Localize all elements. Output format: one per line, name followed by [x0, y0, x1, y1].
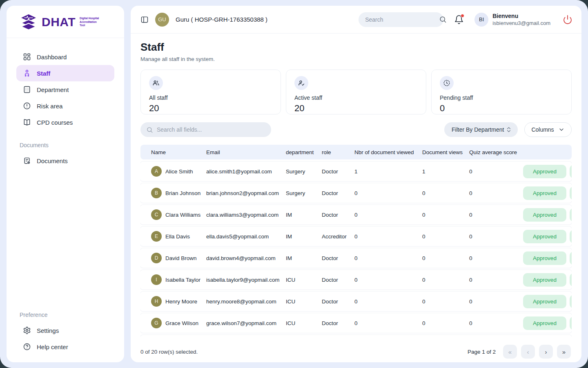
clock-pending-icon — [440, 76, 454, 90]
staff-name: Clara Williams — [165, 212, 200, 218]
prev-page-button[interactable]: ‹ — [521, 345, 535, 359]
staff-name: Alice Smith — [165, 168, 193, 175]
brand-tagline: Digital Hospital Accreditation Tool — [80, 17, 102, 27]
staff-docs-viewed: 0 — [354, 248, 421, 268]
column-header-role[interactable]: role — [322, 145, 354, 159]
filter-label: Filter By Department — [452, 126, 506, 133]
staff-role: Doctor — [322, 270, 354, 289]
staff-doc-views: 1 — [422, 162, 468, 181]
staff-email: david.brown4@yopmail.com — [206, 248, 285, 268]
table-row[interactable]: G Grace Wilson grace.wilson7@yopmail.com… — [140, 313, 572, 333]
last-page-button[interactable]: » — [557, 345, 571, 359]
document-icon — [23, 157, 31, 165]
status-badge: Approved — [523, 186, 566, 200]
user-avatar[interactable]: BI — [474, 13, 488, 27]
org-name: Guru ( HOSP-GRH-1763350388 ) — [176, 16, 267, 23]
sidebar-item-help-center[interactable]: Help center — [16, 339, 114, 355]
table-row[interactable]: H Henry Moore henry.moore8@yopmail.com I… — [140, 292, 572, 311]
sidebar-item-label: Help center — [37, 343, 68, 350]
staff-email: isabella.taylor9@yopmail.com — [206, 270, 285, 289]
search-icon — [146, 126, 153, 133]
column-header-docs-viewed[interactable]: Nbr of document viewed — [354, 145, 421, 159]
pagination: Page 1 of 2 « ‹ › » — [468, 345, 571, 359]
help-circle-icon — [23, 343, 31, 351]
column-header-doc-views[interactable]: Document views — [422, 145, 468, 159]
sidebar-item-dashboard[interactable]: Dashboard — [16, 49, 114, 65]
table-row[interactable]: C Clara Williams clara.williams3@yopmail… — [140, 205, 572, 224]
staff-name: Brian Johnson — [165, 190, 200, 196]
page-title: Staff — [140, 41, 572, 54]
status-badge: Approved — [523, 208, 566, 222]
table-search — [140, 122, 271, 137]
sidebar-item-settings[interactable]: Settings — [16, 322, 114, 339]
next-page-button[interactable]: › — [539, 345, 553, 359]
staff-docs-viewed: 0 — [354, 270, 421, 289]
user-email: isbienvenu3@gmail.com — [492, 20, 550, 26]
status-badge: Approved — [523, 295, 566, 308]
staff-doc-views: 0 — [422, 183, 468, 203]
sidebar-toggle-icon[interactable] — [140, 16, 149, 24]
column-header-email[interactable]: Email — [206, 145, 285, 159]
staff-docs-viewed: 0 — [354, 205, 421, 224]
alert-circle-icon — [23, 102, 31, 110]
documents-section-label: Documents — [7, 130, 124, 153]
table-row[interactable]: B Brian Johnson brian.johnson2@yopmail.c… — [140, 183, 572, 203]
staff-role: Doctor — [322, 183, 354, 203]
staff-person-icon — [23, 69, 31, 77]
staff-role: Accreditor — [322, 227, 354, 246]
staff-role: Doctor — [322, 248, 354, 268]
filter-by-department-select[interactable]: Filter By Department — [444, 122, 518, 137]
staff-role: Doctor — [322, 162, 354, 181]
staff-quiz-score: 0 — [469, 227, 522, 246]
first-page-button[interactable]: « — [503, 345, 517, 359]
stat-label: Pending staff — [440, 94, 563, 101]
table-row[interactable]: A Alice Smith alice.smith1@yopmail.com S… — [140, 162, 572, 181]
column-header-quiz-score[interactable]: Quiz average score — [469, 145, 522, 159]
staff-avatar: I — [151, 274, 162, 285]
staff-docs-viewed: 0 — [354, 227, 421, 246]
staff-docs-viewed: 0 — [354, 313, 421, 333]
global-search-input[interactable] — [365, 16, 439, 23]
staff-avatar: H — [151, 296, 162, 307]
table-body: A Alice Smith alice.smith1@yopmail.com S… — [140, 159, 572, 338]
staff-avatar: E — [151, 231, 162, 242]
staff-department: ICU — [286, 292, 321, 311]
sidebar-documents-nav: Documents — [7, 153, 124, 169]
columns-label: Columns — [531, 126, 554, 133]
notifications-bell-icon[interactable] — [454, 15, 464, 25]
user-name: Bienvenu — [492, 13, 550, 19]
staff-email: ella.davis5@yopmail.com — [206, 227, 285, 246]
table-row[interactable]: D David Brown david.brown4@yopmail.com I… — [140, 248, 572, 268]
staff-quiz-score: 0 — [469, 270, 522, 289]
status-badge-overflow — [570, 295, 572, 308]
gear-icon — [23, 326, 31, 334]
sidebar-item-staff[interactable]: Staff — [16, 65, 114, 81]
status-badge — [523, 338, 566, 339]
table-search-input[interactable] — [157, 126, 265, 133]
staff-quiz-score: 0 — [469, 292, 522, 311]
sidebar-item-label: CPD courses — [37, 119, 73, 126]
logout-power-icon[interactable] — [563, 15, 572, 25]
dashboard-grid-icon — [23, 53, 31, 61]
column-header-name[interactable]: Name — [151, 145, 166, 159]
sidebar-item-label: Staff — [37, 70, 50, 77]
staff-table: Name Email department role Nbr of docume… — [140, 145, 572, 338]
open-book-icon — [23, 118, 31, 126]
staff-avatar: G — [151, 318, 162, 328]
sidebar-item-department[interactable]: Department — [16, 81, 114, 98]
sidebar-item-risk-area[interactable]: Risk area — [16, 98, 114, 114]
table-toolbar: Filter By Department Columns — [140, 122, 572, 137]
staff-avatar: D — [151, 253, 162, 263]
sidebar-item-documents[interactable]: Documents — [16, 153, 114, 169]
status-badge: Approved — [523, 316, 566, 330]
sidebar-item-cpd-courses[interactable]: CPD courses — [16, 114, 114, 130]
search-icon[interactable] — [439, 16, 447, 23]
table-row[interactable]: E Ella Davis ella.davis5@yopmail.com IM … — [140, 227, 572, 246]
users-icon — [149, 76, 163, 90]
staff-department: ICU — [286, 270, 321, 289]
columns-button[interactable]: Columns — [524, 122, 572, 137]
column-header-department[interactable]: department — [286, 145, 321, 159]
table-row[interactable]: I Isabella Taylor isabella.taylor9@yopma… — [140, 270, 572, 289]
status-badge: Approved — [523, 165, 566, 178]
table-header: Name Email department role Nbr of docume… — [140, 145, 572, 159]
